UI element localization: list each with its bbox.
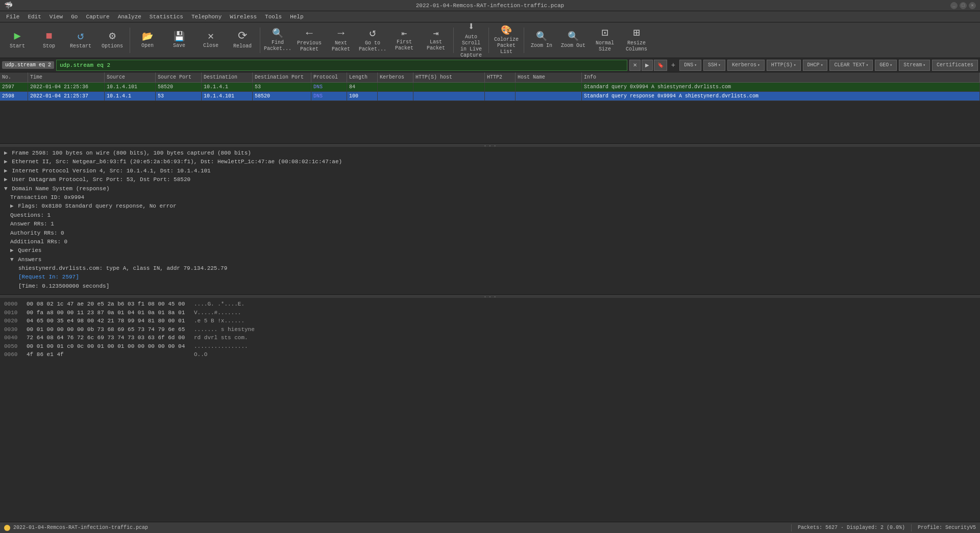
zoomout-button[interactable]: Zoom Out [558,25,589,56]
menu-capture[interactable]: Capture [82,11,113,22]
menu-edit[interactable]: Edit [23,11,45,22]
col-header-length[interactable]: Length [347,72,378,82]
first-packet-button[interactable]: ⇤ First Packet [389,25,420,56]
filter-tag-https[interactable]: HTTP(S) ▾ [767,60,801,71]
last-icon: ⇥ [433,29,439,38]
detail-line-queries[interactable]: ▶ Queries [0,246,980,255]
options-button[interactable]: Options [97,25,128,56]
close-file-label: Close [203,43,218,49]
window-controls[interactable]: _ □ ✕ [950,2,976,9]
menu-go[interactable]: Go [67,11,82,22]
table-row[interactable]: 2597 2022-01-04 21:25:36 10.1.4.101 5852… [0,83,980,92]
filter-input[interactable] [56,60,627,71]
toolbar: Start Stop Restart Options Open Save Clo… [0,22,980,58]
filter-bookmark-button[interactable]: 🔖 [654,60,667,71]
detail-line-answers[interactable]: ▼ Answers [0,256,980,264]
filter-tag-certificates[interactable]: Certificates [932,60,978,71]
filter-plus-button[interactable]: + [669,61,677,69]
restart-icon [77,31,84,42]
detail-line-frame[interactable]: ▶ Frame 2598: 100 bytes on wire (800 bit… [0,149,980,158]
menu-wireless[interactable]: Wireless [226,11,261,22]
filter-tag-stream[interactable]: Stream ▾ [899,60,930,71]
hex-ascii: rd dvrl sts com. [194,334,248,342]
reload-label: Reload [233,43,252,49]
zoomin-label: Zoom In [531,43,552,49]
detail-line-dns[interactable]: ▼ Domain Name System (response) [0,185,980,193]
filter-tag-ssh[interactable]: SSH ▾ [703,60,725,71]
detail-line-questions: Questions: 1 [0,211,980,220]
menu-view[interactable]: View [45,11,67,22]
open-label: Open [141,43,154,49]
find-button[interactable]: Find Packet... [262,25,293,56]
detail-line-ethernet[interactable]: ▶ Ethernet II, Src: Netgear_b6:93:f1 (20… [0,158,980,166]
zoomin-button[interactable]: Zoom In [526,25,557,56]
menu-statistics[interactable]: Statistics [145,11,187,22]
prev-label: Previous Packet [296,40,323,53]
start-button[interactable]: Start [2,25,33,56]
detail-line-udp[interactable]: ▶ User Datagram Protocol, Src Port: 53, … [0,175,980,184]
normalsize-button[interactable]: Normal Size [590,25,620,56]
col-header-hostname[interactable]: Host Name [516,72,582,82]
col-header-time[interactable]: Time [28,72,105,82]
filter-tag-https-label: HTTP(S) [771,62,793,68]
request-in-link[interactable]: [Request In: 2597] [18,274,79,280]
minimize-button[interactable]: _ [950,2,958,9]
menu-analyze[interactable]: Analyze [114,11,145,22]
detail-line-request-in[interactable]: [Request In: 2597] [0,273,980,282]
cell-info: Standard query 0x9994 A shiestynerd.dvrl… [582,83,980,91]
col-header-https[interactable]: HTTP(S) host [413,72,485,82]
goto-packet-button[interactable]: Go to Packet... [357,25,388,56]
cell-no: 2598 [0,92,28,100]
detail-line-flags[interactable]: ▶ Flags: 0x8180 Standard query response,… [0,202,980,211]
close-button[interactable]: ✕ [969,2,976,9]
cell-srcport: 53 [156,92,202,100]
col-header-no[interactable]: No. [0,72,28,82]
filter-tag-cleartext[interactable]: CLEAR TEXT ▾ [829,60,873,71]
first-label: First Packet [391,39,418,52]
open-button[interactable]: Open [132,25,163,56]
col-header-protocol[interactable]: Protocol [311,72,347,82]
menu-tools[interactable]: Tools [261,11,286,22]
filter-tag-dns[interactable]: DNS ▾ [679,60,701,71]
last-packet-button[interactable]: ⇥ Last Packet [421,25,451,56]
filter-tag-dhcp-label: DHCP [807,62,820,68]
cell-time: 2022-01-04 21:25:36 [28,83,105,91]
col-header-kerberos[interactable]: Kerberos [378,72,413,82]
save-button[interactable]: Save [164,25,194,56]
stop-button[interactable]: Stop [34,25,64,56]
toolbar-separator-2 [260,28,260,53]
zoomout-icon [568,32,579,42]
close-file-icon [208,32,214,42]
packet-list: No. Time Source Source Port Destination … [0,72,980,144]
maximize-button[interactable]: □ [960,2,967,9]
col-header-dstport[interactable]: Destination Port [253,72,311,82]
autoscroll-button[interactable]: Auto Scroll in Live Capture [456,25,486,56]
restart-button[interactable]: Restart [65,25,96,56]
filter-apply-button[interactable]: ▶ [642,60,653,71]
col-header-info[interactable]: Info [582,72,980,82]
col-header-source[interactable]: Source [105,72,156,82]
filter-clear-button[interactable]: ✕ [629,60,641,71]
col-header-destination[interactable]: Destination [202,72,253,82]
menu-telephony[interactable]: Telephony [187,11,226,22]
status-profile: Profile: SecurityV5 [918,525,976,530]
expand-icon: ▶ [10,203,14,209]
prev-packet-button[interactable]: Previous Packet [294,25,325,56]
col-header-http2[interactable]: HTTP2 [485,72,516,82]
col-header-srcport[interactable]: Source Port [156,72,202,82]
hex-offset: 0010 [4,309,22,317]
reload-button[interactable]: Reload [227,25,258,56]
filter-tag-dhcp[interactable]: DHCP ▾ [803,60,828,71]
next-packet-button[interactable]: Next Packet [326,25,356,56]
colorize-button[interactable]: Colorize Packet List [491,25,522,56]
filter-tag-kerberos[interactable]: Kerberos ▾ [727,60,765,71]
menu-help[interactable]: Help [286,11,307,22]
close-file-button[interactable]: Close [195,25,226,56]
filter-tag-geo[interactable]: GEO ▾ [875,60,897,71]
detail-line-ip[interactable]: ▶ Internet Protocol Version 4, Src: 10.1… [0,167,980,175]
packet-list-header: No. Time Source Source Port Destination … [0,72,980,83]
resize-columns-button[interactable]: Resize Columns [621,25,652,56]
menu-file[interactable]: File [2,11,23,22]
table-row[interactable]: 2598 2022-01-04 21:25:37 10.1.4.1 53 10.… [0,92,980,101]
status-filename: 2022-01-04-Remcos-RAT-infection-traffic.… [13,525,148,530]
